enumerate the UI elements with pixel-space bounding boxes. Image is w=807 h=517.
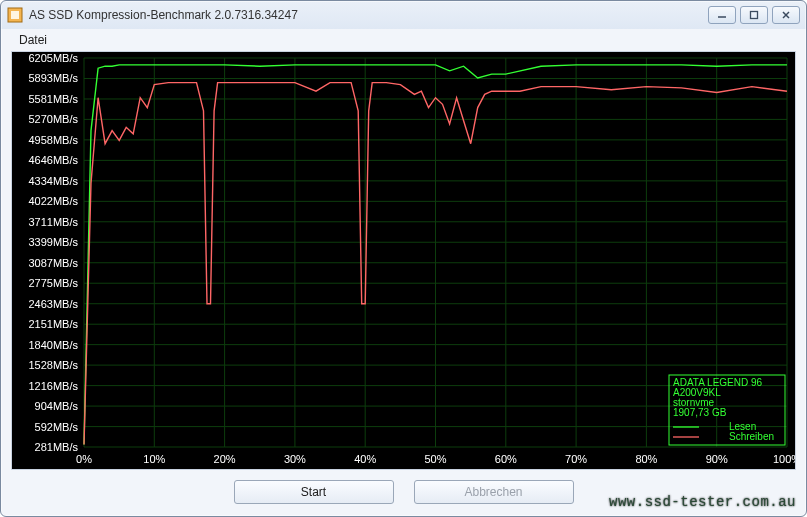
svg-text:3711MB/s: 3711MB/s [28,216,78,228]
menu-datei[interactable]: Datei [11,31,55,49]
svg-text:4334MB/s: 4334MB/s [28,175,78,187]
abort-button: Abbrechen [414,480,574,504]
svg-rect-1 [11,11,19,19]
maximize-button[interactable] [740,6,768,24]
svg-text:1216MB/s: 1216MB/s [28,380,78,392]
svg-text:30%: 30% [284,453,306,465]
svg-text:Schreiben: Schreiben [729,431,774,442]
start-button[interactable]: Start [234,480,394,504]
close-button[interactable] [772,6,800,24]
svg-text:4646MB/s: 4646MB/s [28,154,78,166]
compression-chart: 6205MB/s5893MB/s5581MB/s5270MB/s4958MB/s… [12,52,795,469]
svg-text:100%: 100% [773,453,795,465]
svg-text:40%: 40% [354,453,376,465]
app-icon [7,7,23,23]
svg-text:5581MB/s: 5581MB/s [28,93,78,105]
svg-text:3399MB/s: 3399MB/s [28,236,78,248]
svg-text:80%: 80% [635,453,657,465]
menubar: Datei [1,29,806,51]
minimize-button[interactable] [708,6,736,24]
app-window: AS SSD Kompression-Benchmark 2.0.7316.34… [0,0,807,517]
svg-text:4958MB/s: 4958MB/s [28,134,78,146]
svg-text:5270MB/s: 5270MB/s [28,113,78,125]
svg-text:2775MB/s: 2775MB/s [28,277,78,289]
svg-text:2463MB/s: 2463MB/s [28,298,78,310]
window-title: AS SSD Kompression-Benchmark 2.0.7316.34… [29,8,702,22]
svg-text:2151MB/s: 2151MB/s [28,318,78,330]
svg-text:4022MB/s: 4022MB/s [28,195,78,207]
svg-text:6205MB/s: 6205MB/s [28,52,78,64]
svg-text:90%: 90% [706,453,728,465]
svg-text:1907,73 GB: 1907,73 GB [673,407,727,418]
svg-text:281MB/s: 281MB/s [35,441,79,453]
chart-area: 6205MB/s5893MB/s5581MB/s5270MB/s4958MB/s… [11,51,796,470]
svg-text:3087MB/s: 3087MB/s [28,257,78,269]
svg-text:904MB/s: 904MB/s [35,400,79,412]
titlebar[interactable]: AS SSD Kompression-Benchmark 2.0.7316.34… [1,1,806,29]
svg-text:5893MB/s: 5893MB/s [28,72,78,84]
svg-text:592MB/s: 592MB/s [35,421,79,433]
svg-text:60%: 60% [495,453,517,465]
svg-rect-3 [751,12,758,19]
svg-text:1840MB/s: 1840MB/s [28,339,78,351]
watermark-text: www.ssd-tester.com.au [609,494,796,510]
svg-text:20%: 20% [214,453,236,465]
svg-text:70%: 70% [565,453,587,465]
svg-text:50%: 50% [424,453,446,465]
svg-text:10%: 10% [143,453,165,465]
svg-text:1528MB/s: 1528MB/s [28,359,78,371]
window-controls [708,6,800,24]
svg-text:0%: 0% [76,453,92,465]
